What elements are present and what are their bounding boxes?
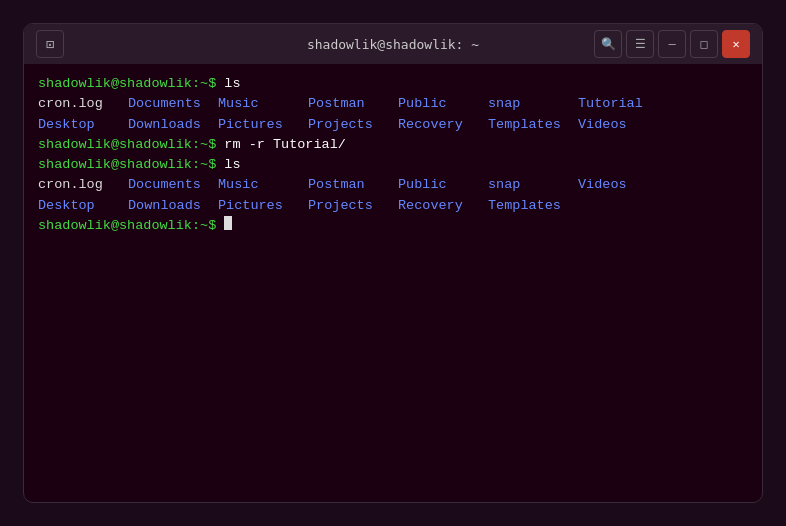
ls2-row1: cron.log Documents Music Postman Public … [38,175,748,195]
ls2-item-5: snap [488,175,578,195]
ls2-r2-item-5: Templates [488,196,578,216]
ls1-item-0: cron.log [38,94,128,114]
ls2-item-2: Music [218,175,308,195]
command-line-2: shadowlik@shadowlik:~$ rm -r Tutorial/ [38,135,748,155]
prompt-4: shadowlik@shadowlik [38,216,192,236]
ls1-item-3: Postman [308,94,398,114]
ls1-item-6: Tutorial [578,94,668,114]
prompt-sep-3: :~$ [192,155,224,175]
cmd-2: rm -r Tutorial/ [224,135,346,155]
ls1-item-5: snap [488,94,578,114]
ls2-r2-item-2: Pictures [218,196,308,216]
titlebar-left-controls: ⊡ [36,30,64,58]
ls2-item-1: Documents [128,175,218,195]
prompt-3: shadowlik@shadowlik [38,155,192,175]
search-btn[interactable]: 🔍 [594,30,622,58]
ls1-r2-item-4: Recovery [398,115,488,135]
ls1-r2-item-5: Templates [488,115,578,135]
minimize-btn[interactable]: — [658,30,686,58]
terminal-cursor [224,216,232,230]
maximize-icon: □ [700,37,707,51]
command-line-4: shadowlik@shadowlik:~$ [38,216,748,236]
ls2-r2-item-0: Desktop [38,196,128,216]
prompt-sep-4: :~$ [192,216,224,236]
ls2-r2-item-1: Downloads [128,196,218,216]
ls1-r2-item-6: Videos [578,115,668,135]
close-btn[interactable]: ✕ [722,30,750,58]
ls2-item-0: cron.log [38,175,128,195]
prompt-sep-2: :~$ [192,135,224,155]
terminal-icon: ⊡ [46,36,54,52]
ls1-r2-item-3: Projects [308,115,398,135]
titlebar: ⊡ shadowlik@shadowlik: ~ 🔍 ☰ — □ ✕ [24,24,762,64]
ls1-item-4: Public [398,94,488,114]
ls1-row2: Desktop Downloads Pictures Projects Reco… [38,115,748,135]
maximize-btn[interactable]: □ [690,30,718,58]
ls2-item-3: Postman [308,175,398,195]
cmd-1: ls [224,74,240,94]
hamburger-icon: ☰ [635,37,646,51]
ls1-item-2: Music [218,94,308,114]
menu-btn[interactable]: ☰ [626,30,654,58]
terminal-window: ⊡ shadowlik@shadowlik: ~ 🔍 ☰ — □ ✕ [23,23,763,503]
command-line-3: shadowlik@shadowlik:~$ ls [38,155,748,175]
command-line-1: shadowlik@shadowlik:~$ ls [38,74,748,94]
close-icon: ✕ [732,37,739,51]
titlebar-right-controls: 🔍 ☰ — □ ✕ [594,30,750,58]
prompt-2: shadowlik@shadowlik [38,135,192,155]
ls2-item-4: Public [398,175,488,195]
terminal-icon-btn[interactable]: ⊡ [36,30,64,58]
ls2-row2: Desktop Downloads Pictures Projects Reco… [38,196,748,216]
minimize-icon: — [668,37,675,51]
title-text: shadowlik@shadowlik: ~ [307,37,479,52]
ls1-item-1: Documents [128,94,218,114]
terminal-body[interactable]: shadowlik@shadowlik:~$ ls cron.log Docum… [24,64,762,502]
cmd-3: ls [224,155,240,175]
ls2-r2-item-4: Recovery [398,196,488,216]
ls1-r2-item-1: Downloads [128,115,218,135]
ls2-r2-item-3: Projects [308,196,398,216]
window-title: shadowlik@shadowlik: ~ [307,37,479,52]
prompt-1: shadowlik@shadowlik [38,74,192,94]
ls1-r2-item-0: Desktop [38,115,128,135]
search-icon: 🔍 [601,37,616,51]
ls2-item-6: Videos [578,175,668,195]
ls1-r2-item-2: Pictures [218,115,308,135]
prompt-sep-1: :~$ [192,74,224,94]
ls1-row1: cron.log Documents Music Postman Public … [38,94,748,114]
